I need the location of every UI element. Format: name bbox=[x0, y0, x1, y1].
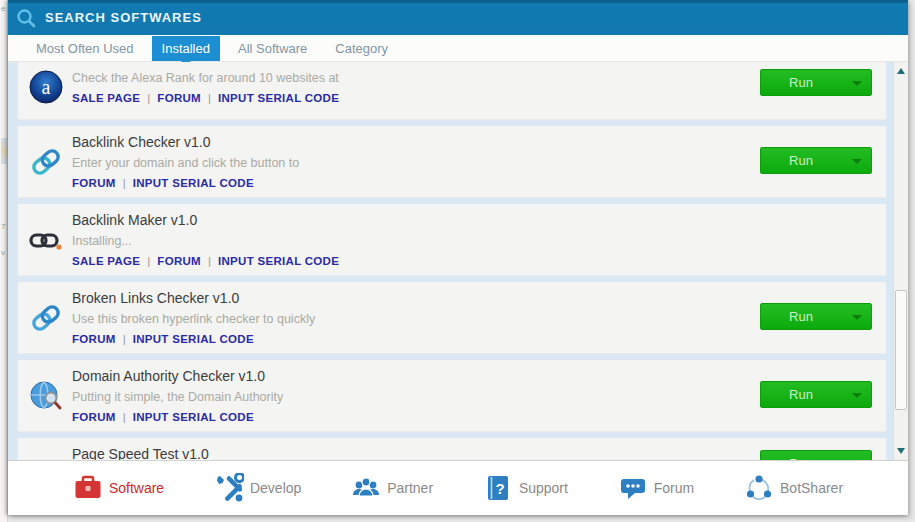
broken-link-icon bbox=[28, 300, 64, 336]
link-separator: | bbox=[123, 333, 126, 345]
nav-item-software[interactable]: Software bbox=[73, 473, 164, 503]
software-row: aCheck the Alexa Rank for around 10 webs… bbox=[18, 62, 886, 120]
nav-item-label: BotSharer bbox=[780, 480, 843, 496]
scrollbar-thumb[interactable] bbox=[895, 290, 907, 410]
software-info: Check the Alexa Rank for around 10 websi… bbox=[72, 68, 746, 109]
nav-item-label: Software bbox=[109, 480, 164, 496]
software-links: SALE PAGE|FORUM|INPUT SERIAL CODE bbox=[72, 88, 746, 109]
run-button-label: Run bbox=[761, 304, 841, 329]
chain-icon bbox=[28, 222, 64, 258]
input-serial-code-link[interactable]: INPUT SERIAL CODE bbox=[218, 255, 339, 267]
software-info: Broken Links Checker v1.0Use this broken… bbox=[72, 288, 746, 350]
software-title: Broken Links Checker v1.0 bbox=[72, 288, 746, 309]
software-title: Page Speed Test v1.0 bbox=[72, 444, 746, 460]
run-button-label: Run bbox=[761, 70, 841, 95]
software-description: Use this broken hyperlink checker to qui… bbox=[72, 309, 746, 329]
nav-item-label: Support bbox=[519, 480, 568, 496]
input-serial-code-link[interactable]: INPUT SERIAL CODE bbox=[218, 92, 339, 104]
run-button[interactable]: Run bbox=[760, 147, 872, 174]
software-info: Domain Authority Checker v1.0Putting it … bbox=[72, 366, 746, 428]
link-separator: | bbox=[208, 92, 211, 104]
forum-link[interactable]: FORUM bbox=[72, 411, 116, 423]
gauge-icon bbox=[28, 448, 64, 460]
tab-bar: Most Often UsedInstalledAll SoftwareCate… bbox=[8, 35, 908, 62]
search-icon[interactable] bbox=[16, 8, 36, 28]
search-bar[interactable]: SEARCH SOFTWARES bbox=[8, 0, 908, 35]
software-rows: aCheck the Alexa Rank for around 10 webs… bbox=[18, 62, 886, 460]
bottom-navigation: SoftwareDevelopPartner?SupportForumBotSh… bbox=[8, 460, 908, 515]
input-serial-code-link[interactable]: INPUT SERIAL CODE bbox=[133, 177, 254, 189]
link-separator: | bbox=[147, 255, 150, 267]
globe-search-icon bbox=[28, 378, 64, 414]
nav-item-label: Partner bbox=[387, 480, 433, 496]
software-title: Domain Authority Checker v1.0 bbox=[72, 366, 746, 387]
scroll-down-arrow-icon[interactable] bbox=[897, 448, 905, 454]
software-title: Backlink Checker v1.0 bbox=[72, 132, 746, 153]
nav-item-botsharer[interactable]: BotSharer bbox=[744, 473, 843, 503]
software-description: Installing... bbox=[72, 231, 746, 251]
run-button[interactable]: Run bbox=[760, 69, 872, 96]
dropdown-caret-icon[interactable] bbox=[852, 159, 862, 164]
input-serial-code-link[interactable]: INPUT SERIAL CODE bbox=[133, 333, 254, 345]
dropdown-caret-icon[interactable] bbox=[852, 315, 862, 320]
forum-link[interactable]: FORUM bbox=[157, 92, 201, 104]
software-description: Putting it simple, the Domain Authority bbox=[72, 387, 746, 407]
software-links: FORUM|INPUT SERIAL CODE bbox=[72, 173, 746, 194]
software-row: Page Speed Test v1.0Run bbox=[18, 438, 886, 460]
input-serial-code-link[interactable]: INPUT SERIAL CODE bbox=[133, 411, 254, 423]
scroll-up-arrow-icon[interactable] bbox=[897, 68, 905, 74]
forum-link[interactable]: FORUM bbox=[72, 177, 116, 189]
software-list: aCheck the Alexa Rank for around 10 webs… bbox=[8, 62, 908, 460]
nav-item-develop[interactable]: Develop bbox=[214, 473, 301, 503]
sale-page-link[interactable]: SALE PAGE bbox=[72, 255, 140, 267]
software-manager-window: SEARCH SOFTWARES Most Often UsedInstalle… bbox=[8, 0, 908, 515]
software-info: Page Speed Test v1.0 bbox=[72, 444, 746, 460]
software-links: FORUM|INPUT SERIAL CODE bbox=[72, 329, 746, 350]
search-bar-label: SEARCH SOFTWARES bbox=[45, 10, 202, 25]
software-row: Broken Links Checker v1.0Use this broken… bbox=[18, 282, 886, 354]
software-row: Domain Authority Checker v1.0Putting it … bbox=[18, 360, 886, 432]
nav-item-label: Forum bbox=[654, 480, 694, 496]
link-icon bbox=[28, 144, 64, 180]
link-separator: | bbox=[123, 177, 126, 189]
software-row: Backlink Checker v1.0Enter your domain a… bbox=[18, 126, 886, 198]
tab-installed[interactable]: Installed bbox=[152, 36, 220, 61]
nav-item-support[interactable]: ?Support bbox=[483, 473, 568, 503]
tab-category[interactable]: Category bbox=[325, 36, 398, 61]
software-description: Check the Alexa Rank for around 10 websi… bbox=[72, 68, 746, 88]
run-button[interactable]: Run bbox=[760, 303, 872, 330]
run-button-label: Run bbox=[761, 451, 841, 460]
nav-item-label: Develop bbox=[250, 480, 301, 496]
dropdown-caret-icon[interactable] bbox=[852, 393, 862, 398]
run-button[interactable]: Run bbox=[760, 381, 872, 408]
nav-item-forum[interactable]: Forum bbox=[618, 473, 694, 503]
tab-most-often-used[interactable]: Most Often Used bbox=[26, 36, 144, 61]
software-description: Enter your domain and click the button t… bbox=[72, 153, 746, 173]
link-separator: | bbox=[208, 255, 211, 267]
software-links: SALE PAGE|FORUM|INPUT SERIAL CODE bbox=[72, 251, 746, 272]
software-info: Backlink Maker v1.0Installing...SALE PAG… bbox=[72, 210, 746, 272]
link-separator: | bbox=[147, 92, 150, 104]
link-separator: | bbox=[123, 411, 126, 423]
svg-text:?: ? bbox=[495, 480, 504, 497]
dropdown-caret-icon[interactable] bbox=[852, 81, 862, 86]
nav-item-partner[interactable]: Partner bbox=[351, 473, 433, 503]
software-row: Backlink Maker v1.0Installing...SALE PAG… bbox=[18, 204, 886, 276]
run-button[interactable]: Run bbox=[760, 450, 872, 460]
sale-page-link[interactable]: SALE PAGE bbox=[72, 92, 140, 104]
forum-link[interactable]: FORUM bbox=[72, 333, 116, 345]
vertical-scrollbar[interactable] bbox=[893, 62, 908, 460]
software-info: Backlink Checker v1.0Enter your domain a… bbox=[72, 132, 746, 194]
run-button-label: Run bbox=[761, 382, 841, 407]
software-title: Backlink Maker v1.0 bbox=[72, 210, 746, 231]
background-window-sliver: e7v bbox=[0, 0, 8, 522]
forum-link[interactable]: FORUM bbox=[157, 255, 201, 267]
software-links: FORUM|INPUT SERIAL CODE bbox=[72, 407, 746, 428]
tab-all-software[interactable]: All Software bbox=[228, 36, 317, 61]
run-button-label: Run bbox=[761, 148, 841, 173]
svg-text:a: a bbox=[42, 76, 51, 98]
alexa-icon: a bbox=[28, 69, 64, 105]
